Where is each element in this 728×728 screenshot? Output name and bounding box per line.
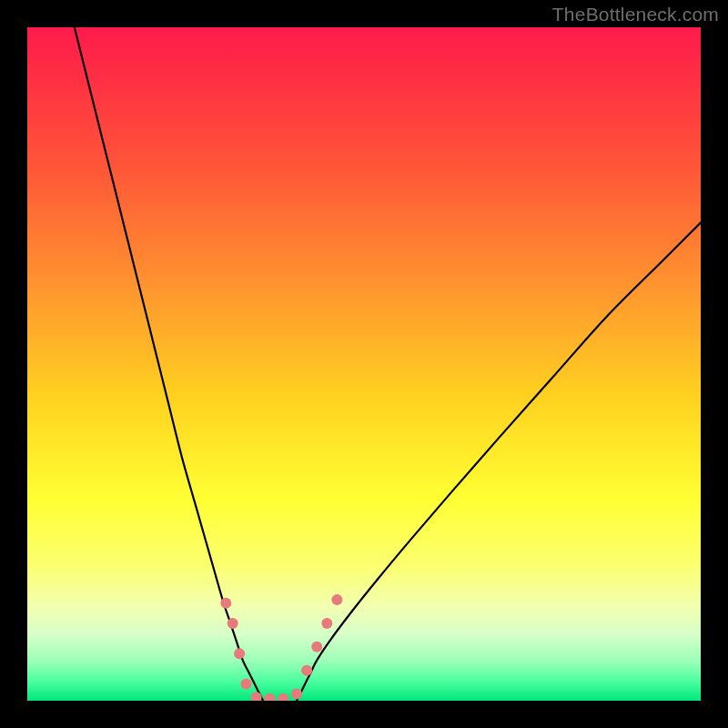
- plot-area: [27, 27, 701, 701]
- curves-layer: [27, 27, 701, 701]
- threshold-dot: [264, 693, 275, 701]
- threshold-dot: [234, 648, 245, 659]
- threshold-dot: [278, 693, 288, 701]
- chart-frame: TheBottleneck.com: [0, 0, 728, 728]
- threshold-dot: [331, 594, 342, 605]
- threshold-dot: [220, 598, 231, 609]
- curve-left-branch: [75, 27, 263, 701]
- threshold-dot: [241, 679, 252, 690]
- watermark-text: TheBottleneck.com: [552, 4, 719, 25]
- threshold-dot: [301, 665, 312, 676]
- threshold-dot: [311, 642, 322, 652]
- threshold-dot: [228, 618, 238, 629]
- curve-right-branch: [297, 223, 701, 701]
- threshold-dot: [321, 618, 332, 629]
- threshold-dot: [291, 689, 302, 700]
